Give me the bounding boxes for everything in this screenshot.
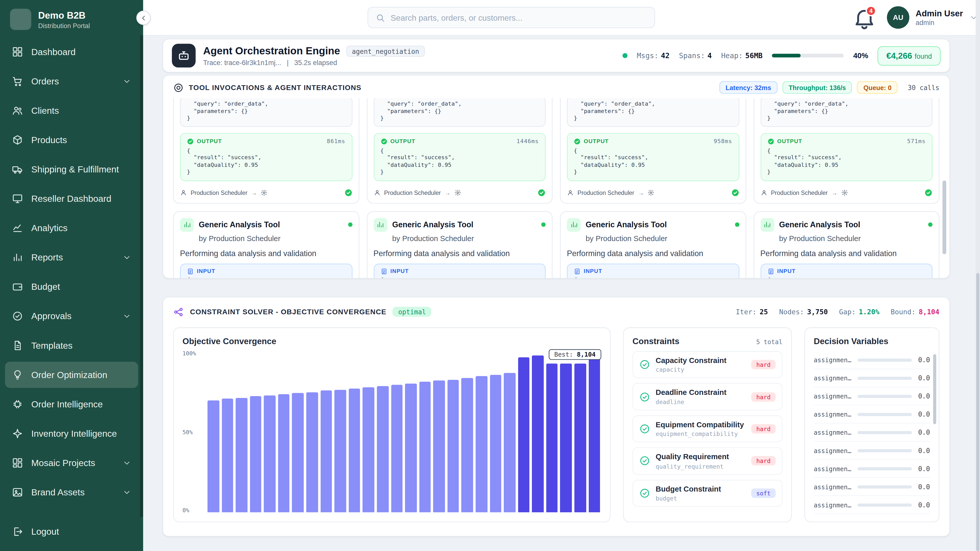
user-menu[interactable]: AU Admin User admin [887,6,978,29]
sidebar-collapse-button[interactable] [136,11,151,25]
variables-scrollbar[interactable] [933,354,936,424]
sidebar-item-budget[interactable]: Budget [5,274,138,300]
constraint-row-quality-requirement: Quality Requirementquality_requirementha… [632,448,783,475]
convergence-bar [490,375,501,512]
tool-invocation-card: "query": "order_data", "parameters": {}}… [366,98,552,203]
convergence-bar [518,357,530,512]
notifications-button[interactable]: 4 [852,6,877,30]
sidebar-item-dashboard[interactable]: Dashboard [5,39,138,65]
solver-stat-bound: Bound:8,104 [891,308,939,316]
variable-name: assignmen… [814,392,851,400]
heap-progress [772,54,844,58]
sidebar-item-shipping-fulfillment[interactable]: Shipping & Fulfillment [5,156,138,183]
file-icon [12,340,23,351]
sidebar-item-label: Order Optimization [31,370,131,380]
sidebar-item-clients[interactable]: Clients [5,97,138,124]
constraint-row-equipment-compatibility: Equipment Compatibilityequipment_compati… [632,415,783,442]
variables-list: assignmen…0.0assignmen…0.0assignmen…0.0a… [814,351,930,514]
chevron-down-icon [123,77,131,86]
tools-scrollbar[interactable] [942,181,946,254]
page-scrollbar[interactable] [976,0,980,551]
tool-input-json: "query": "order_data", "parameters": {}} [373,98,546,126]
arrow-icon: → [445,189,450,196]
variable-progress [858,395,912,398]
tool-input-preview: { [380,276,539,279]
app-root: Demo B2B Distribution Portal DashboardOr… [0,0,980,551]
analysis-tool-icon [180,218,194,231]
tool-invocation-card: "query": "order_data", "parameters": {}}… [560,98,746,203]
constraint-type-badge: hard [751,392,776,402]
ytick-50: 50% [183,429,192,435]
convergence-bar [221,399,233,512]
sidebar-item-reports[interactable]: Reports [5,245,138,271]
agent-name: Production Scheduler [191,189,247,196]
sidebar-item-reseller-dashboard[interactable]: Reseller Dashboard [5,186,138,212]
sidebar-item-mosaic-projects[interactable]: Mosaic Projects [5,450,138,476]
variable-name: assignmen… [814,501,851,508]
grid-icon [12,46,23,57]
user-role: admin [916,19,963,26]
bar-plot: Best: 8,104 [206,352,601,512]
tools-section-title: TOOL INVOCATIONS & AGENT INTERACTIONS [189,84,361,91]
sidebar-item-brand-assets[interactable]: Brand Assets [5,479,138,505]
trace-id: Trace: trace-6lr3k1n1mj... [203,59,281,66]
completed-check-icon [538,188,546,197]
constraint-text: Quality Requirementquality_requirement [655,452,729,469]
status-dot [622,53,628,58]
page-scrollbar-thumb[interactable] [976,273,979,551]
tool-output-json: { "result": "success", "dataQuality": 0.… [380,147,539,176]
sidebar-item-order-intelligence[interactable]: Order Intelligence [5,391,138,417]
agent-name: Production Scheduler [384,189,441,196]
analysis-tool-card: Generic Analysis Toolby Production Sched… [753,211,939,279]
variable-value: 0.0 [918,374,930,382]
image-icon [12,487,23,498]
analysis-tool-card: Generic Analysis Toolby Production Sched… [173,211,359,279]
logo-text: Demo B2B Distribution Portal [38,10,90,29]
bar-chart-icon [570,221,578,229]
output-duration: 958ms [714,138,732,144]
box-icon [12,135,23,146]
sidebar-item-products[interactable]: Products [5,127,138,153]
chevron-down-icon [123,488,131,497]
variable-value: 0.0 [918,483,930,490]
status-dot [348,222,352,227]
sidebar-scrollbar[interactable] [140,35,143,517]
sidebar-item-orders[interactable]: Orders [5,68,138,94]
constraint-type-badge: hard [751,424,776,433]
tools-scroll-viewport[interactable]: "query": "order_data", "parameters": {}}… [163,98,950,279]
sidebar-item-logout[interactable]: Logout [5,520,138,544]
tool-input-preview: { [187,276,345,279]
constraint-row-deadline: Deadline Constraintdeadlinehard [632,383,783,410]
sidebar-item-label: Brand Assets [31,487,115,497]
metric-heap: Heap:56MB [721,51,762,60]
sidebar-item-analytics[interactable]: Analytics [5,215,138,241]
constraint-type-badge: hard [751,456,776,466]
global-search [368,7,655,28]
analysis-tool-by: by Production Scheduler [586,234,739,243]
analysis-tool-description: Performing data analysis and validation [373,249,546,258]
convergence-bar [476,376,487,512]
sidebar-item-inventory-intelligence[interactable]: Inventory Intelligence [5,421,138,447]
search-input[interactable] [391,13,647,22]
input-doc-icon [380,268,387,275]
convergence-bar [306,392,318,512]
variable-value: 0.0 [918,410,930,418]
sidebar-item-label: Reports [31,252,115,262]
output-duration: 571ms [907,138,925,144]
sidebar-item-approvals[interactable]: Approvals [5,303,138,329]
agent-icon [567,189,574,196]
success-check-icon [380,138,387,144]
input-label: INPUT [777,268,795,274]
output-label: OUTPUT [584,138,609,144]
convergence-bar [574,364,586,512]
convergence-bar [433,380,445,512]
constraint-text: Capacity Constraintcapacity [655,356,727,373]
sidebar-item-label: Analytics [31,223,131,233]
arrow-icon: → [251,189,257,196]
success-check-icon [574,138,581,144]
sidebar-item-templates[interactable]: Templates [5,332,138,359]
solver-stat-gap: Gap:1.20% [839,308,880,316]
sidebar-item-label: Budget [31,282,131,292]
analysis-tool-card: Generic Analysis Toolby Production Sched… [560,211,746,279]
sidebar-item-order-optimization[interactable]: Order Optimization [5,362,138,388]
